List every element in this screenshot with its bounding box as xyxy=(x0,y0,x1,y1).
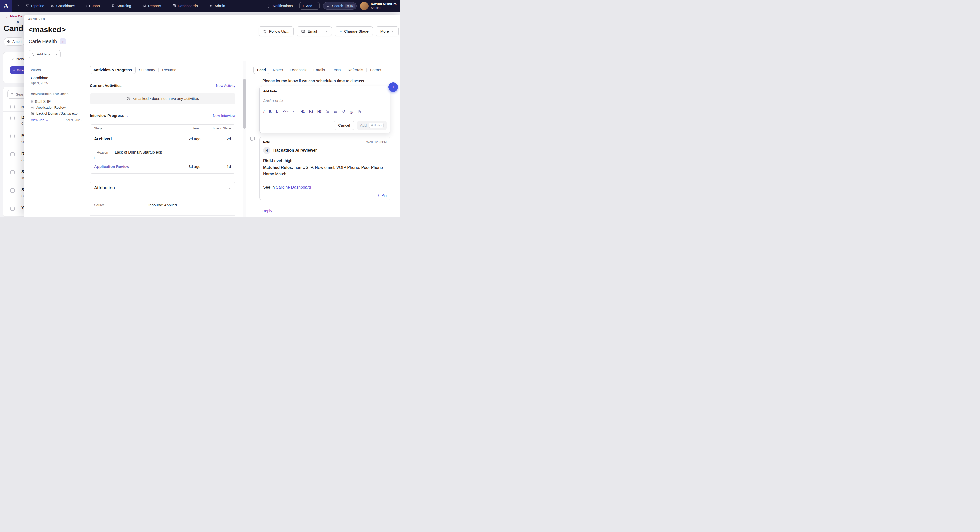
email-dropdown-button[interactable] xyxy=(321,26,332,36)
blockquote-icon[interactable] xyxy=(293,110,296,113)
h2-icon[interactable]: H2 xyxy=(309,110,313,113)
code-icon[interactable]: </> xyxy=(283,110,288,113)
global-search-button[interactable]: Search ⌘+K xyxy=(323,2,356,10)
global-add-button[interactable]: + Add xyxy=(299,2,319,10)
link-icon[interactable] xyxy=(342,110,345,113)
app-logo[interactable]: A xyxy=(0,0,12,12)
italic-icon[interactable]: I xyxy=(263,110,265,114)
sardine-dashboard-link[interactable]: Sardine Dashboard xyxy=(276,185,311,189)
email-label: Email xyxy=(307,29,317,33)
user-name: Kazuki Nishiura xyxy=(371,2,396,6)
tab-feed[interactable]: Feed xyxy=(253,65,269,74)
company-name: Carle Health xyxy=(29,38,57,44)
add-tags-dropdown[interactable]: Add tags... xyxy=(29,50,61,58)
mention-icon[interactable]: @ xyxy=(350,110,353,114)
bullet-list-icon[interactable] xyxy=(334,110,337,113)
more-dots-icon[interactable]: ⋯ xyxy=(226,202,231,208)
nav-sourcing[interactable]: Sourcing xyxy=(108,0,139,12)
back-link[interactable]: New Ca xyxy=(5,14,22,18)
center-scrollbar-track[interactable] xyxy=(243,62,246,217)
global-search-label: Search xyxy=(332,4,343,8)
row-checkbox[interactable] xyxy=(11,116,14,120)
h3-icon[interactable]: H3 xyxy=(318,110,321,113)
pin-action[interactable]: Pin xyxy=(263,193,387,197)
nav-dashboards[interactable]: Dashboards xyxy=(169,0,206,12)
stage-name: Archived xyxy=(94,137,175,141)
new-interview-link[interactable]: + New Interview xyxy=(210,113,235,118)
considered-for-jobs-label: CONSIDERED FOR JOBS xyxy=(31,92,86,95)
candidate-header: ARCHIVED <masked> Carle Health in Add ta… xyxy=(24,14,400,61)
ordered-list-icon[interactable]: 12 xyxy=(326,110,329,113)
nav-jobs[interactable]: Jobs xyxy=(83,0,108,12)
nav-notifications[interactable]: Notifications xyxy=(264,0,296,12)
job-stage: Application Review xyxy=(37,106,65,110)
stage-name: Application Review xyxy=(94,164,175,168)
row-checkbox[interactable] xyxy=(11,170,14,175)
view-job-link[interactable]: View Job → xyxy=(31,118,49,122)
bar-chart-icon xyxy=(142,4,146,8)
add-tags-label: Add tags... xyxy=(37,52,53,56)
tab-emails[interactable]: Emails xyxy=(310,66,328,74)
nav-reports[interactable]: Reports xyxy=(139,0,169,12)
nav-right-cluster: Notifications + Add Search ⌘+K Kazuki Ni… xyxy=(264,0,401,12)
follow-up-button[interactable]: Follow Up... xyxy=(259,26,294,36)
nav-admin-label: Admin xyxy=(215,4,225,8)
linkedin-icon[interactable]: in xyxy=(60,38,66,44)
search-shortcut-badge: ⌘+K xyxy=(345,4,355,8)
add-filter-label: Filte xyxy=(17,68,24,72)
double-chevron-icon: » xyxy=(339,29,342,33)
filter-section-label: New xyxy=(16,57,24,61)
note-body: RiskLevel: high Matched Rules: non-US IP… xyxy=(263,157,387,191)
file-icon[interactable] xyxy=(358,110,361,113)
cancel-button[interactable]: Cancel xyxy=(334,121,355,130)
nav-home[interactable] xyxy=(12,0,22,12)
pencil-icon[interactable] xyxy=(127,114,130,118)
briefcase-icon xyxy=(86,4,90,8)
note-type-label: Note xyxy=(263,140,270,144)
row-checkbox[interactable] xyxy=(11,206,14,211)
author-avatar: H xyxy=(263,147,270,154)
underline-icon[interactable]: U xyxy=(276,110,278,114)
add-feed-item-fab[interactable]: + xyxy=(388,83,398,92)
tab-texts[interactable]: Texts xyxy=(328,66,344,74)
tab-notes[interactable]: Notes xyxy=(269,66,286,74)
user-menu[interactable]: Kazuki Nishiura Sardine xyxy=(360,2,396,10)
chevron-down-icon xyxy=(163,5,166,7)
tab-feedback[interactable]: Feedback xyxy=(286,66,310,74)
col-entered: Entered xyxy=(175,127,200,130)
region-filter-chip[interactable]: Ameri xyxy=(3,38,25,46)
tab-forms[interactable]: Forms xyxy=(367,66,384,74)
close-icon[interactable]: × xyxy=(16,19,19,24)
change-stage-button[interactable]: » Change Stage xyxy=(335,26,372,36)
nav-pipeline[interactable]: Pipeline xyxy=(22,0,48,12)
reply-link[interactable]: Reply xyxy=(262,209,272,213)
nav-admin[interactable]: Admin xyxy=(206,0,228,12)
bold-icon[interactable]: B xyxy=(269,110,272,114)
center-scrollbar-thumb[interactable] xyxy=(243,79,245,129)
chevron-up-icon[interactable] xyxy=(227,186,231,190)
row-checkbox[interactable] xyxy=(11,189,14,192)
interview-progress-header: Interview Progress + New Interview xyxy=(90,113,235,118)
attribution-header[interactable]: Attribution xyxy=(90,182,235,194)
h1-icon[interactable]: H1 xyxy=(301,110,305,113)
select-all-checkbox[interactable] xyxy=(11,105,14,109)
nav-candidates[interactable]: Candidates xyxy=(48,0,83,12)
email-button[interactable]: Email xyxy=(297,26,321,36)
nav-jobs-label: Jobs xyxy=(92,4,100,8)
company-row: Carle Health in xyxy=(29,38,66,44)
composer-title: Add Note xyxy=(263,89,387,93)
tab-referrals[interactable]: Referrals xyxy=(344,66,366,74)
funnel-icon xyxy=(11,57,14,61)
row-checkbox[interactable] xyxy=(11,152,14,156)
tab-summary[interactable]: Summary xyxy=(135,66,159,74)
row-checkbox[interactable] xyxy=(11,134,14,138)
tab-activities-progress[interactable]: Activities & Progress xyxy=(90,65,135,74)
change-stage-label: Change Stage xyxy=(344,29,369,33)
tab-resume[interactable]: Resume xyxy=(159,66,180,74)
new-activity-link[interactable]: + New Activity xyxy=(213,84,235,88)
note-input[interactable]: Add a note... xyxy=(263,99,387,105)
view-item-candidate[interactable]: Candidate xyxy=(31,76,86,80)
more-button[interactable]: More xyxy=(376,26,399,36)
add-note-button[interactable]: Add ⌘+Enter xyxy=(357,121,387,130)
current-activities-header: Current Activities + New Activity xyxy=(90,83,235,88)
